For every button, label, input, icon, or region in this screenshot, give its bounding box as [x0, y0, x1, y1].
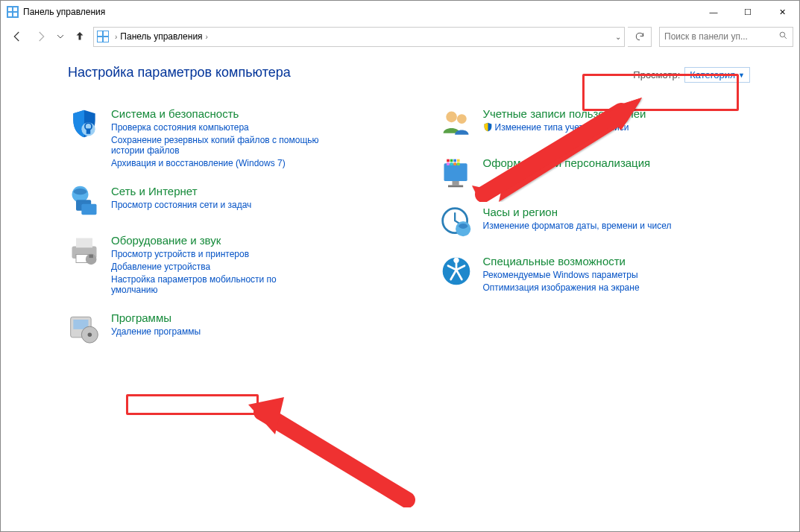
category-link-uninstall[interactable]: Удаление программы: [111, 326, 201, 337]
svg-rect-37: [456, 162, 459, 165]
category-programs: Программы Удаление программы: [68, 311, 398, 344]
maximize-button[interactable]: ☐: [731, 1, 765, 23]
chevron-right-icon: ›: [206, 33, 208, 41]
category-grid: Система и безопасность Проверка состояни…: [68, 107, 769, 344]
chevron-right-icon: ›: [115, 33, 117, 41]
category-link[interactable]: Сохранение резервных копий файлов с помо…: [111, 135, 327, 156]
svg-rect-15: [81, 204, 96, 215]
svg-rect-2: [13, 7, 17, 11]
content-header: Настройка параметров компьютера Просмотр…: [68, 65, 769, 85]
recent-dropdown[interactable]: [54, 26, 66, 47]
category-clock-region: Часы и регион Изменение форматов даты, в…: [440, 206, 770, 238]
window-controls: — ☐ ✕: [696, 1, 799, 23]
category-title[interactable]: Специальные возможности: [483, 255, 640, 267]
control-panel-icon: [97, 31, 109, 42]
svg-point-41: [453, 258, 459, 263]
chevron-down-icon[interactable]: ⌄: [615, 33, 621, 41]
shield-icon: [68, 107, 101, 140]
breadcrumb[interactable]: › Панель управления › ⌄: [93, 27, 625, 47]
view-by-label: Просмотр:: [633, 69, 680, 80]
svg-rect-20: [89, 255, 93, 259]
svg-rect-28: [452, 181, 459, 186]
category-title[interactable]: Оформление и персонализация: [483, 156, 651, 169]
clock-icon: [440, 206, 473, 238]
category-hardware-sound: Оборудование и звук Просмотр устройств и…: [68, 234, 398, 295]
up-button[interactable]: [69, 26, 90, 47]
breadcrumb-item[interactable]: Панель управления: [120, 31, 202, 42]
svg-rect-6: [98, 31, 102, 36]
category-link[interactable]: Просмотр состояния сети и задач: [111, 200, 251, 210]
svg-rect-35: [450, 162, 453, 165]
titlebar: Панель управления — ☐ ✕: [1, 1, 799, 23]
category-link[interactable]: Добавление устройства: [111, 262, 320, 272]
svg-rect-9: [104, 37, 108, 42]
category-title[interactable]: Система и безопасность: [111, 107, 327, 120]
svg-rect-30: [447, 159, 450, 162]
content-area: Настройка параметров компьютера Просмотр…: [1, 50, 799, 530]
forward-button[interactable]: [31, 26, 51, 47]
category-link[interactable]: Проверка состояния компьютера: [111, 122, 327, 133]
svg-point-25: [446, 112, 457, 123]
svg-rect-17: [76, 238, 92, 248]
category-title[interactable]: Учетные записи пользователей: [483, 107, 646, 120]
category-title[interactable]: Программы: [111, 311, 201, 324]
category-link[interactable]: Просмотр устройств и принтеров: [111, 249, 320, 259]
category-appearance: Оформление и персонализация: [440, 156, 770, 189]
page-title: Настройка параметров компьютера: [68, 65, 291, 80]
view-by-dropdown[interactable]: Категория ▼: [684, 67, 750, 83]
category-link[interactable]: Настройка параметров мобильности по умол…: [111, 274, 320, 295]
close-button[interactable]: ✕: [765, 1, 799, 23]
view-by-control: Просмотр: Категория ▼: [629, 65, 755, 85]
category-user-accounts: Учетные записи пользователей Изменение т…: [440, 107, 770, 140]
svg-point-10: [780, 32, 785, 37]
svg-rect-31: [450, 159, 453, 162]
svg-rect-1: [8, 7, 12, 11]
category-title[interactable]: Сеть и Интернет: [111, 185, 251, 197]
back-button[interactable]: [7, 26, 28, 47]
svg-rect-32: [453, 159, 456, 162]
svg-point-26: [456, 114, 466, 124]
category-link[interactable]: Изменение форматов даты, времени и чисел: [483, 221, 672, 231]
chevron-down-icon: ▼: [738, 72, 745, 79]
app-icon: [7, 6, 19, 18]
svg-rect-27: [444, 163, 467, 181]
search-placeholder: Поиск в панели уп...: [664, 31, 748, 42]
search-input[interactable]: Поиск в панели уп...: [659, 27, 793, 47]
category-link[interactable]: Рекомендуемые Windows параметры: [483, 270, 640, 280]
printer-icon: [68, 234, 101, 267]
category-system-security: Система и безопасность Проверка состояни…: [68, 107, 398, 168]
svg-rect-36: [453, 162, 456, 165]
uac-shield-icon: [483, 122, 493, 132]
svg-rect-29: [448, 186, 463, 188]
category-network: Сеть и Интернет Просмотр состояния сети …: [68, 185, 398, 218]
left-column: Система и безопасность Проверка состояни…: [68, 107, 398, 344]
search-icon: [778, 31, 788, 42]
category-link[interactable]: Оптимизация изображения на экране: [483, 282, 640, 293]
ease-of-access-icon: [440, 255, 473, 288]
svg-point-24: [88, 332, 92, 337]
category-ease-of-access: Специальные возможности Рекомендуемые Wi…: [440, 255, 770, 293]
people-icon: [440, 107, 473, 140]
svg-rect-8: [98, 37, 102, 42]
right-column: Учетные записи пользователей Изменение т…: [440, 107, 770, 344]
minimize-button[interactable]: —: [696, 1, 731, 23]
category-title[interactable]: Оборудование и звук: [111, 234, 320, 247]
desktop-colors-icon: [440, 156, 473, 189]
navbar: › Панель управления › ⌄ Поиск в панели у…: [1, 23, 799, 50]
category-link[interactable]: Архивация и восстановление (Windows 7): [111, 158, 327, 168]
category-title[interactable]: Часы и регион: [483, 206, 672, 218]
svg-rect-4: [13, 13, 17, 16]
window-title: Панель управления: [23, 7, 696, 17]
programs-icon: [68, 311, 101, 344]
svg-rect-34: [447, 162, 450, 165]
globe-icon: [68, 185, 101, 218]
refresh-button[interactable]: [628, 27, 652, 47]
svg-rect-33: [456, 159, 459, 162]
category-link[interactable]: Изменение типа учетной записи: [483, 122, 646, 133]
svg-rect-7: [104, 31, 108, 36]
svg-rect-3: [8, 13, 12, 16]
